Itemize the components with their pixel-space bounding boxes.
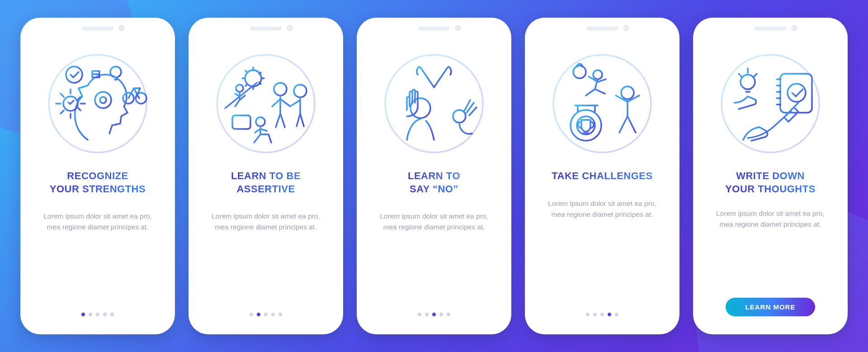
dot[interactable] xyxy=(264,313,268,316)
dot[interactable] xyxy=(432,313,436,316)
svg-point-24 xyxy=(722,55,819,152)
phone-camera xyxy=(287,25,293,31)
svg-point-9 xyxy=(236,85,243,92)
screen-title: LEARN TO BE ASSERTIVE xyxy=(231,170,301,195)
page-indicator xyxy=(418,313,450,316)
phone-notch xyxy=(250,27,282,30)
phone-notch xyxy=(82,27,113,30)
dot[interactable] xyxy=(593,313,597,316)
phone-notch xyxy=(586,27,618,30)
svg-rect-26 xyxy=(780,74,812,113)
dot[interactable] xyxy=(615,313,618,316)
onboarding-screen-4: TAKE CHALLENGES Lorem ipsum dolor sit am… xyxy=(525,18,679,334)
svg-point-20 xyxy=(593,70,602,79)
onboarding-screen-2: LEARN TO BE ASSERTIVE Lorem ipsum dolor … xyxy=(189,18,343,334)
learn-more-button[interactable]: LEARN MORE xyxy=(726,298,816,316)
svg-point-4 xyxy=(66,67,82,83)
dot[interactable] xyxy=(586,313,590,316)
svg-point-14 xyxy=(256,117,265,126)
phone-camera xyxy=(118,25,125,31)
svg-point-2 xyxy=(100,97,106,103)
svg-point-27 xyxy=(788,84,806,102)
dot[interactable] xyxy=(425,313,429,316)
dot[interactable] xyxy=(257,313,260,316)
dot[interactable] xyxy=(89,313,92,316)
svg-point-19 xyxy=(573,66,586,78)
svg-point-5 xyxy=(110,67,121,77)
onboarding-screen-5: WRITE DOWN YOUR THOUGHTS Lorem ipsum dol… xyxy=(693,18,848,334)
svg-point-12 xyxy=(294,85,307,97)
screen-body: Lorem ipsum dolor sit amet ea pro, mea r… xyxy=(207,211,325,233)
assertive-icon xyxy=(212,49,320,158)
screen-body: Lorem ipsum dolor sit amet ea pro, mea r… xyxy=(375,211,493,233)
dot[interactable] xyxy=(81,313,85,316)
screen-title: WRITE DOWN YOUR THOUGHTS xyxy=(725,170,816,195)
dot[interactable] xyxy=(608,313,611,316)
screen-body: Lorem ipsum dolor sit amet ea pro, mea r… xyxy=(543,198,661,220)
phone-notch xyxy=(755,27,786,30)
onboarding-screen-3: LEARN TO SAY “NO” Lorem ipsum dolor sit … xyxy=(357,18,511,334)
dot[interactable] xyxy=(447,313,450,316)
dot[interactable] xyxy=(600,313,604,316)
svg-point-22 xyxy=(571,110,601,141)
phone-camera xyxy=(455,25,461,31)
page-indicator xyxy=(81,313,114,316)
screen-title: RECOGNIZE YOUR STRENGTHS xyxy=(50,170,146,195)
svg-point-21 xyxy=(621,86,634,99)
dot[interactable] xyxy=(103,313,107,316)
page-indicator xyxy=(586,313,618,316)
screen-body: Lorem ipsum dolor sit amet ea pro, mea r… xyxy=(712,208,829,230)
screen-title: TAKE CHALLENGES xyxy=(552,170,652,183)
challenges-icon xyxy=(548,49,656,158)
screen-title: LEARN TO SAY “NO” xyxy=(408,170,460,195)
phone-notch xyxy=(418,27,450,30)
dot[interactable] xyxy=(439,313,443,316)
say-no-icon xyxy=(380,49,488,158)
dot[interactable] xyxy=(278,313,282,316)
page-indicator xyxy=(250,313,282,316)
write-icon xyxy=(716,49,825,158)
dot[interactable] xyxy=(271,313,275,316)
svg-point-1 xyxy=(95,92,111,108)
dot[interactable] xyxy=(110,313,114,316)
phone-camera xyxy=(623,25,629,31)
dot[interactable] xyxy=(418,313,421,316)
svg-point-11 xyxy=(274,83,287,95)
onboarding-screen-1: RECOGNIZE YOUR STRENGTHS Lorem ipsum dol… xyxy=(20,18,175,334)
dot[interactable] xyxy=(250,313,253,316)
phone-camera xyxy=(791,25,797,31)
svg-point-18 xyxy=(553,55,651,152)
strengths-icon xyxy=(43,49,152,158)
screen-body: Lorem ipsum dolor sit amet ea pro, mea r… xyxy=(39,211,156,233)
dot[interactable] xyxy=(96,313,99,316)
